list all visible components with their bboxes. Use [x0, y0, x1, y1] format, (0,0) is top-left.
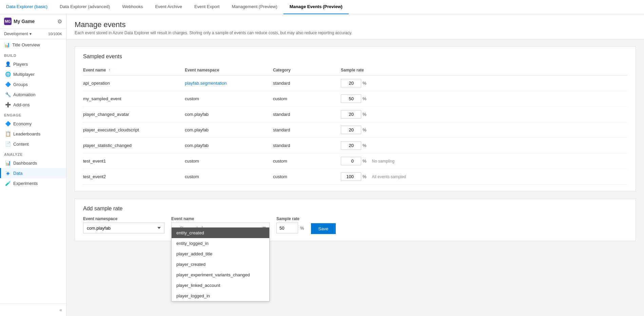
category-cell: custom — [273, 153, 341, 169]
sidebar-item-multiplayer[interactable]: 🌐 Multiplayer — [0, 69, 66, 79]
table-row: test_event1customcustom%No sampling — [83, 153, 627, 169]
sampled-events-card: Sampled events Event name ↑ Event namesp… — [75, 46, 636, 192]
sidebar-item-dashboards[interactable]: 📊 Dashboards — [0, 158, 66, 168]
add-form-row: Event namespace com.playfabcustomplayfab… — [83, 216, 627, 234]
multiplayer-icon: 🌐 — [5, 71, 11, 77]
dropdown-item-player_linked_account[interactable]: player_linked_account — [172, 280, 269, 291]
namespace-group: Event namespace com.playfabcustomplayfab… — [83, 216, 164, 233]
add-sample-rate-card: Add sample rate Event namespace com.play… — [75, 198, 636, 241]
sidebar-item-title-overview[interactable]: 📊 Title Overview — [0, 39, 66, 50]
sidebar-item-add-ons[interactable]: ➕ Add-ons — [0, 100, 66, 110]
table-row: player_executed_cloudscriptcom.playfabst… — [83, 122, 627, 138]
main-content: Sampled events Event name ↑ Event namesp… — [66, 40, 644, 316]
env-label[interactable]: Development ▾ — [4, 31, 32, 36]
namespace-cell: com.playfab — [185, 138, 273, 153]
chart-icon: 📊 — [4, 42, 9, 47]
dropdown-item-player_logged_in[interactable]: player_logged_in — [172, 291, 269, 301]
experiments-icon: 🧪 — [5, 181, 11, 186]
sidebar-item-experiments[interactable]: 🧪 Experiments — [0, 178, 66, 188]
addons-label: Add-ons — [13, 102, 30, 107]
rate-value-input[interactable] — [341, 141, 361, 150]
dashboards-icon: 📊 — [5, 160, 11, 166]
sample-rate-cell: %All events sampled — [341, 169, 627, 185]
rate-value-input[interactable] — [341, 94, 361, 103]
section-label-build: BUILD — [0, 50, 66, 59]
rate-value-input[interactable] — [341, 110, 361, 119]
automation-label: Automation — [13, 92, 36, 97]
tab-event-export[interactable]: Event Export — [188, 0, 226, 14]
namespace-cell[interactable]: playfab.segmentation — [185, 76, 273, 91]
namespace-cell: custom — [185, 153, 273, 169]
event-name-cell: test_event2 — [83, 169, 185, 185]
sidebar-item-data[interactable]: ◈ Data — [0, 168, 66, 178]
players-label: Players — [13, 62, 28, 67]
environment-selector[interactable]: Development ▾ 10/100K — [0, 29, 66, 39]
category-cell: standard — [273, 122, 341, 138]
event-name-group: Event name entity_createdentity_logged_i… — [171, 216, 270, 233]
col-header-sample-rate: Sample rate — [341, 65, 627, 76]
dropdown-item-player_experiment_variants_changed[interactable]: player_experiment_variants_changed — [172, 270, 269, 280]
data-label: Data — [13, 171, 22, 176]
economy-icon: 🔷 — [5, 121, 11, 126]
rate-value-input[interactable] — [341, 79, 361, 87]
sample-rate-input[interactable] — [276, 223, 298, 233]
sample-rate-label: Sample rate — [276, 216, 304, 221]
data-icon: ◈ — [5, 170, 11, 176]
namespace-select[interactable]: com.playfabcustomplayfab.segmentation — [83, 223, 164, 233]
sidebar-item-leaderboards[interactable]: 📋 Leaderboards — [0, 129, 66, 139]
dropdown-item-entity_logged_in[interactable]: entity_logged_in — [172, 238, 269, 249]
sidebar-item-automation[interactable]: 🔧 Automation — [0, 89, 66, 100]
rate-note: No sampling — [372, 159, 395, 164]
economy-label: Economy — [13, 121, 32, 126]
sidebar-collapse-button[interactable]: « — [0, 303, 66, 316]
rate-value-input[interactable] — [341, 157, 361, 165]
event-name-cell: player_changed_avatar — [83, 107, 185, 122]
tab-event-archive[interactable]: Event Archive — [149, 0, 188, 14]
tab-data-explorer-advanced[interactable]: Data Explorer (advanced) — [54, 0, 116, 14]
table-row: player_statistic_changedcom.playfabstand… — [83, 138, 627, 153]
namespace-label: Event namespace — [83, 216, 164, 221]
sidebar-item-groups[interactable]: 🔷 Groups — [0, 79, 66, 89]
table-row: my_sampled_eventcustomcustom% — [83, 91, 627, 107]
tab-manage-events-preview[interactable]: Manage Events (Preview) — [284, 0, 349, 14]
gear-icon[interactable]: ⚙ — [57, 18, 62, 25]
sort-icon: ↑ — [109, 68, 111, 72]
col-header-category: Category — [273, 65, 341, 76]
category-cell: custom — [273, 91, 341, 107]
section-label-engage: ENGAGE — [0, 110, 66, 119]
event-name-cell: test_event1 — [83, 153, 185, 169]
groups-label: Groups — [13, 82, 28, 87]
groups-icon: 🔷 — [5, 82, 11, 87]
col-header-event-name[interactable]: Event name ↑ — [83, 65, 185, 76]
table-row: test_event2customcustom%All events sampl… — [83, 169, 627, 185]
tab-webhooks[interactable]: Webhooks — [116, 0, 149, 14]
content-area: Manage events Each event stored in Azure… — [66, 14, 644, 316]
sample-rate-cell: %No sampling — [341, 153, 627, 169]
automation-icon: 🔧 — [5, 92, 11, 97]
sidebar-item-content[interactable]: 📄 Content — [0, 139, 66, 149]
page-subtitle: Each event stored in Azure Data Explorer… — [75, 30, 636, 35]
dropdown-item-player_created[interactable]: player_created — [172, 259, 269, 270]
sample-rate-cell: % — [341, 91, 627, 107]
dropdown-item-entity_created[interactable]: entity_created — [172, 228, 269, 238]
sidebar: MG My Game ⚙ Development ▾ 10/100K 📊 Tit… — [0, 14, 66, 316]
content-label: Content — [13, 142, 29, 147]
rate-value-input[interactable] — [341, 172, 361, 181]
rate-value-input[interactable] — [341, 126, 361, 134]
dropdown-item-player_added_title[interactable]: player_added_title — [172, 249, 269, 259]
env-usage: 10/100K — [48, 32, 62, 36]
namespace-cell: com.playfab — [185, 122, 273, 138]
save-button[interactable]: Save — [311, 223, 336, 234]
sampled-events-title: Sampled events — [83, 54, 627, 60]
event-name-cell: my_sampled_event — [83, 91, 185, 107]
sidebar-item-players[interactable]: 👤 Players — [0, 59, 66, 69]
experiments-label: Experiments — [13, 181, 38, 186]
sample-rate-cell: % — [341, 138, 627, 153]
players-icon: 👤 — [5, 61, 11, 67]
sidebar-item-economy[interactable]: 🔷 Economy — [0, 119, 66, 129]
category-cell: standard — [273, 107, 341, 122]
tab-management-preview[interactable]: Management (Preview) — [226, 0, 283, 14]
tab-data-explorer-basic[interactable]: Data Explorer (basic) — [0, 0, 54, 14]
leaderboards-label: Leaderboards — [13, 131, 40, 136]
col-header-namespace: Event namespace — [185, 65, 273, 76]
